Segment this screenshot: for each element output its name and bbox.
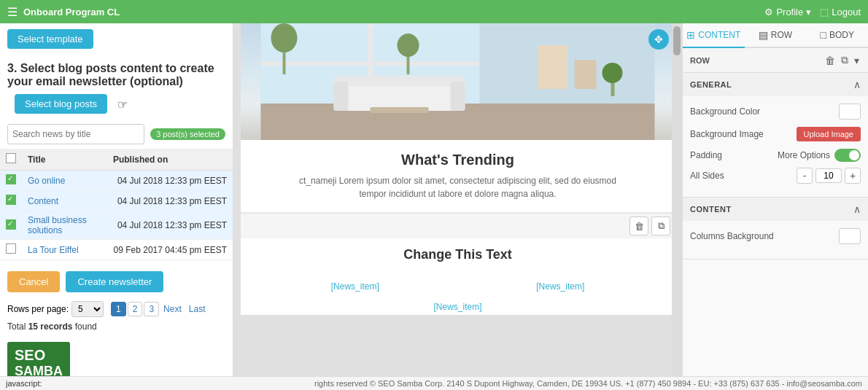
center-preview: ✥ What's Trending ct_nameji Lorem ipsum …: [233, 23, 682, 390]
rows-per-page-select[interactable]: 5 10 25: [71, 301, 104, 317]
table-row: Go online04 Jul 2018 12:33 pm EEST: [0, 171, 233, 191]
svg-point-6: [271, 23, 298, 52]
content-section-label: CONTENT: [690, 205, 732, 214]
hamburger-icon[interactable]: ☰: [7, 5, 18, 19]
chevron-down-icon: ▾: [806, 7, 811, 17]
blog-table: Title Published on Go online04 Jul 2018 …: [0, 149, 233, 264]
left-panel-top: Select template: [0, 23, 233, 55]
columns-bg-color-picker[interactable]: [839, 228, 861, 244]
general-section: GENERAL ∧ Background Color Background Im…: [683, 73, 868, 198]
select-template-button[interactable]: Select template: [7, 29, 93, 49]
general-collapse-button[interactable]: ∧: [853, 79, 861, 90]
left-panel: Select template 3. Select blog posts con…: [0, 23, 233, 390]
news-item-1[interactable]: [News_item]: [331, 281, 379, 292]
trending-title: What's Trending: [252, 152, 663, 168]
step-heading: 3. Select blog posts content to create y…: [0, 55, 233, 94]
change-text-section: Change This Text: [241, 238, 675, 278]
row-action-buttons: 🗑 ⧉: [241, 213, 675, 238]
news-item-2[interactable]: [News_item]: [536, 281, 584, 292]
status-right: rights reserved © SEO Samba Corp. 2140 S…: [314, 379, 862, 388]
last-page-button[interactable]: Last: [186, 303, 209, 316]
brand-label: Onboard Program CL: [23, 7, 120, 17]
row-action-icons: 🗑 ⧉ ▾: [824, 52, 861, 68]
content-section-body: Columns Background: [683, 221, 868, 259]
row-checkbox[interactable]: [6, 174, 16, 184]
padding-minus-button[interactable]: -: [797, 168, 813, 184]
padding-plus-button[interactable]: +: [845, 168, 861, 184]
create-newsletter-button[interactable]: Create newsletter: [66, 271, 163, 292]
col-published-header: Published on: [107, 149, 233, 171]
action-buttons: Cancel Create newsletter: [0, 264, 233, 300]
row-checkbox[interactable]: [6, 243, 16, 254]
tab-body[interactable]: □ BODY: [806, 23, 868, 47]
page-1-button[interactable]: 1: [111, 302, 126, 316]
row-delete-button[interactable]: 🗑: [824, 52, 837, 68]
profile-icon: ⚙: [764, 7, 773, 17]
logout-button[interactable]: ⬚ Logout: [820, 7, 861, 17]
tab-content[interactable]: ⊞ CONTENT: [683, 23, 745, 48]
svg-rect-11: [334, 82, 349, 111]
profile-button[interactable]: ⚙ Profile ▾: [764, 7, 811, 17]
upload-image-button[interactable]: Upload Image: [797, 127, 861, 141]
content-section-header: CONTENT ∧: [683, 198, 868, 221]
next-page-button[interactable]: Next: [160, 303, 185, 316]
copy-row-button[interactable]: ⧉: [651, 217, 670, 235]
padding-value-input[interactable]: [815, 168, 842, 183]
seo-text: SEO: [15, 346, 63, 364]
newsletter-preview: ✥ What's Trending ct_nameji Lorem ipsum …: [241, 23, 675, 315]
move-icon[interactable]: ✥: [648, 29, 669, 50]
svg-rect-17: [575, 60, 597, 89]
select-all-checkbox[interactable]: [6, 153, 16, 163]
main-content: Select template 3. Select blog posts con…: [0, 23, 868, 390]
cancel-button[interactable]: Cancel: [7, 271, 60, 292]
row-copy-button[interactable]: ⧉: [840, 52, 850, 68]
rows-per-page: Rows per page: 5 10 25: [7, 301, 104, 317]
scroll-thumb[interactable]: [673, 26, 681, 55]
table-row: La Tour Eiffel09 Feb 2017 04:45 pm EEST: [0, 240, 233, 260]
svg-rect-16: [538, 45, 567, 89]
blog-title-link[interactable]: La Tour Eiffel: [28, 245, 79, 255]
search-input[interactable]: [7, 124, 144, 144]
search-row: 3 post(s) selected: [0, 124, 233, 149]
row-checkbox[interactable]: [6, 195, 16, 205]
row-header-bar: ROW 🗑 ⧉ ▾: [683, 48, 868, 73]
svg-rect-12: [451, 82, 465, 111]
posts-selected-badge: 3 post(s) selected: [150, 128, 225, 140]
page-3-button[interactable]: 3: [144, 302, 159, 316]
tab-row[interactable]: ▤ ROW: [745, 23, 807, 47]
news-item-3[interactable]: [News_item]: [241, 299, 675, 315]
rows-per-page-label: Rows per page:: [7, 304, 69, 314]
scroll-track[interactable]: [672, 23, 682, 390]
more-options-inline: More Options: [778, 149, 861, 162]
total-records: Total 15 records found: [0, 320, 233, 336]
trending-text: ct_nameji Lorem ipsum dolor sit amet, co…: [252, 174, 663, 200]
bg-color-picker[interactable]: [839, 104, 861, 120]
page-numbers: 1 2 3 Next Last: [111, 302, 208, 316]
padding-row: Padding More Options: [690, 149, 861, 162]
blog-title-link[interactable]: Go online: [28, 176, 65, 186]
logout-icon: ⬚: [820, 7, 829, 17]
content-section: CONTENT ∧ Columns Background: [683, 198, 868, 260]
select-blog-posts-button[interactable]: Select blog posts: [15, 94, 107, 114]
trending-section: What's Trending ct_nameji Lorem ipsum do…: [241, 140, 675, 213]
delete-row-button[interactable]: 🗑: [629, 217, 648, 235]
cursor-icon: ☞: [117, 98, 128, 112]
page-2-button[interactable]: 2: [128, 302, 143, 316]
status-bar: javascript: rights reserved © SEO Samba …: [0, 376, 868, 390]
columns-bg-label: Columns Background: [690, 231, 774, 241]
status-left: javascript:: [6, 379, 42, 388]
body-tab-icon: □: [820, 29, 826, 41]
bg-color-row: Background Color: [690, 104, 861, 120]
row-tab-icon: ▤: [759, 29, 768, 41]
content-collapse-button[interactable]: ∧: [853, 203, 861, 215]
row-checkbox[interactable]: [6, 219, 16, 230]
svg-rect-14: [374, 113, 377, 120]
pagination-row: Rows per page: 5 10 25 1 2 3 Next Last: [0, 300, 233, 320]
blog-table-container: Title Published on Go online04 Jul 2018 …: [0, 149, 233, 264]
published-date: 04 Jul 2018 12:33 pm EEST: [107, 171, 233, 191]
blog-title-link[interactable]: Content: [28, 196, 58, 206]
general-label: GENERAL: [690, 80, 732, 89]
more-options-toggle[interactable]: [834, 149, 861, 162]
row-collapse-button[interactable]: ▾: [853, 52, 861, 68]
blog-title-link[interactable]: Small business solutions: [28, 215, 87, 235]
